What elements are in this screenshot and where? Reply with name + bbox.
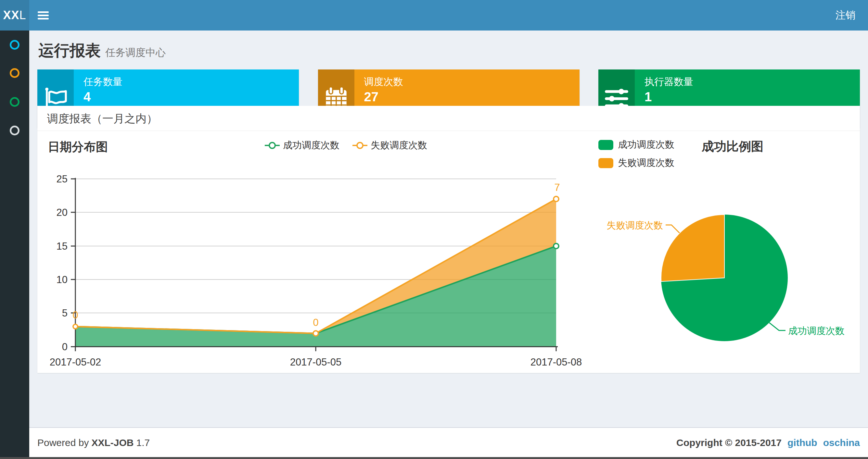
- y-tick: 25: [57, 173, 68, 185]
- top-navbar: XXL 注销: [0, 0, 868, 31]
- y-tick: 0: [62, 341, 68, 353]
- info-box-value: 4: [84, 88, 292, 105]
- info-box-title: 调度次数: [364, 76, 573, 88]
- powered-prefix: Powered by: [37, 437, 89, 448]
- logo-light: L: [20, 8, 26, 22]
- sidebar-item-log-circle-icon[interactable]: [10, 97, 20, 107]
- copyright-text: Copyright © 2015-2017: [676, 437, 782, 448]
- footer-copyright: Copyright © 2015-2017 github oschina: [676, 428, 860, 458]
- pie-callout-line-fail: [665, 225, 680, 233]
- logo-bold: XX: [3, 8, 19, 22]
- x-tick: 2017-05-08: [530, 356, 582, 368]
- marker-fail-3: [554, 196, 559, 202]
- info-box-value: 1: [645, 88, 854, 105]
- schedule-report-panel: 调度报表（一月之内） 日期分布图 成功调度次数 失败调度次数 成功调度次数 失败…: [37, 106, 860, 373]
- app-logo[interactable]: XXL: [0, 0, 29, 31]
- y-tick: 10: [57, 274, 68, 285]
- point-label-2: 0: [313, 317, 318, 328]
- marker-fail-2: [313, 331, 318, 336]
- oschina-link[interactable]: oschina: [823, 437, 860, 448]
- sidebar-item-jobs-circle-icon[interactable]: [10, 68, 20, 78]
- hamburger-icon: [38, 10, 49, 21]
- info-box-value: 27: [364, 88, 573, 105]
- sidebar-item-dashboard-circle-icon[interactable]: [10, 40, 20, 50]
- y-axis-labels: 25 20 15 10 5 0: [57, 173, 68, 353]
- page-title: 运行报表: [38, 40, 101, 61]
- sidebar-toggle-button[interactable]: [29, 0, 57, 31]
- product-version: 1.7: [136, 437, 150, 448]
- y-tick: 5: [62, 307, 68, 319]
- pie-callout-label-success: 成功调度次数: [788, 326, 845, 336]
- logout-link[interactable]: 注销: [833, 0, 858, 31]
- pie-callout-line-success: [769, 323, 785, 330]
- window-bottom-edge: [0, 457, 868, 459]
- marker-fail-1: [73, 324, 78, 329]
- info-box-title: 执行器数量: [645, 76, 854, 88]
- left-sidebar: [0, 31, 29, 457]
- info-box-title: 任务数量: [84, 76, 292, 88]
- content-header: 运行报表任务调度中心: [29, 31, 868, 67]
- pie-callout-label-fail: 失败调度次数: [607, 220, 663, 230]
- sidebar-item-help-circle-icon[interactable]: [10, 126, 20, 135]
- x-axis-labels: 2017-05-02 2017-05-05 2017-05-08: [50, 356, 582, 368]
- x-tick: 2017-05-05: [290, 356, 342, 368]
- page-subtitle: 任务调度中心: [105, 47, 166, 58]
- point-label-3: 7: [554, 182, 560, 193]
- charts-canvas: 0 0 7 25 20 15 10 5 0 2017-05-02 2017-05…: [37, 106, 860, 373]
- point-label-1: 0: [72, 309, 78, 321]
- x-tick: 2017-05-02: [50, 356, 101, 368]
- marker-success-3: [554, 243, 559, 249]
- product-name: XXL-JOB: [91, 437, 133, 448]
- footer: Powered by XXL-JOB 1.7 Copyright © 2015-…: [29, 427, 868, 457]
- footer-powered-by: Powered by XXL-JOB 1.7: [37, 428, 150, 458]
- y-tick: 15: [57, 240, 68, 252]
- github-link[interactable]: github: [787, 437, 817, 448]
- y-tick: 20: [57, 207, 68, 218]
